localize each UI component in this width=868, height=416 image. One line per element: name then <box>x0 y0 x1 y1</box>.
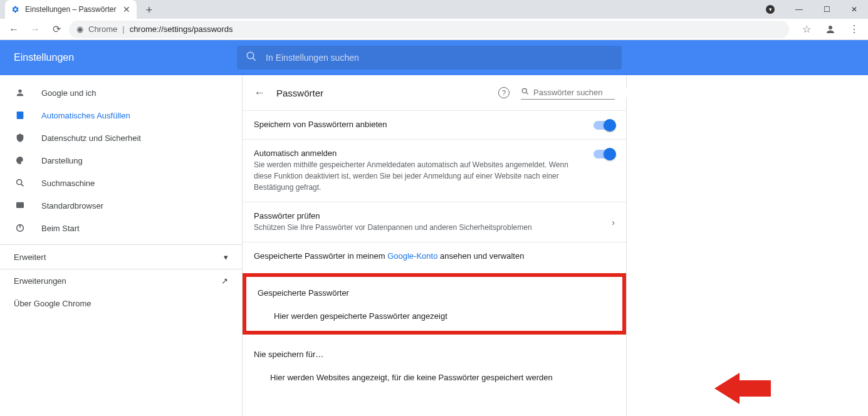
chevron-down-icon: ▾ <box>224 252 228 262</box>
sidebar-item-startup[interactable]: Beim Start <box>0 217 242 239</box>
sidebar-item-label: Suchmaschine <box>41 179 95 188</box>
svg-point-0 <box>829 26 832 29</box>
profile-icon[interactable] <box>822 21 839 38</box>
svg-rect-7 <box>16 202 24 208</box>
settings-search-input[interactable] <box>266 53 613 63</box>
advanced-label: Erweitert <box>14 252 46 262</box>
svg-line-2 <box>253 58 256 61</box>
search-icon <box>14 178 26 188</box>
autofill-icon <box>14 110 26 120</box>
settings-header: Einstellungen <box>0 40 868 75</box>
auto-signin-row: Automatisch anmelden Sie werden mithilfe… <box>243 139 626 202</box>
window-controls: ▾ — ☐ ✕ <box>758 0 868 19</box>
settings-sidebar: Google und ich Automatisches Ausfüllen D… <box>0 75 242 416</box>
url-label: Chrome <box>88 24 117 34</box>
search-icon <box>521 87 530 98</box>
sidebar-item-label: Google und ich <box>41 88 96 98</box>
browser-tab[interactable]: Einstellungen – Passwörter ✕ <box>5 0 137 19</box>
saved-passwords-header: Gespeicherte Passwörter <box>246 277 622 301</box>
sidebar-about-link[interactable]: Über Google Chrome <box>0 292 242 315</box>
svg-line-6 <box>21 184 24 187</box>
chevron-right-icon: › <box>612 217 615 227</box>
content-header: ← Passwörter ? <box>243 75 626 110</box>
sidebar-extensions-link[interactable]: Erweiterungen ↗ <box>0 269 242 292</box>
close-icon[interactable]: ✕ <box>122 4 132 14</box>
url-path: chrome://settings/passwords <box>130 24 233 34</box>
sidebar-item-label: Darstellung <box>41 156 83 165</box>
svg-point-3 <box>18 90 21 93</box>
power-icon <box>14 223 26 233</box>
view-suffix: ansehen und verwalten <box>437 251 524 261</box>
help-icon[interactable]: ? <box>498 87 510 98</box>
check-passwords-row[interactable]: Passwörter prüfen Schützen Sie Ihre Pass… <box>243 202 626 242</box>
address-bar[interactable]: ◉ Chrome | chrome://settings/passwords <box>69 21 789 38</box>
page-title: Einstellungen <box>14 52 74 63</box>
back-arrow-icon[interactable]: ← <box>254 86 265 100</box>
sidebar-item-label: Beim Start <box>41 224 80 233</box>
sidebar-item-google[interactable]: Google und ich <box>0 81 242 104</box>
svg-line-11 <box>526 92 528 94</box>
external-link-icon: ↗ <box>221 276 228 286</box>
forward-button[interactable]: → <box>26 21 44 38</box>
sidebar-item-label: Standardbrowser <box>41 201 103 211</box>
svg-point-5 <box>17 180 22 185</box>
new-tab-button[interactable]: + <box>140 1 158 19</box>
svg-rect-4 <box>17 112 24 119</box>
ext-indicator-icon[interactable]: ▾ <box>758 0 785 19</box>
browser-toolbar: ← → ⟳ ◉ Chrome | chrome://settings/passw… <box>0 19 868 40</box>
svg-marker-12 <box>714 373 771 404</box>
check-passwords-label: Passwörter prüfen <box>254 211 612 221</box>
sidebar-item-appearance[interactable]: Darstellung <box>0 149 242 172</box>
sidebar-item-search[interactable]: Suchmaschine <box>0 172 242 194</box>
never-save-empty: Hier werden Websites angezeigt, für die … <box>243 363 626 392</box>
close-window-button[interactable]: ✕ <box>840 0 868 19</box>
sidebar-item-label: Datenschutz und Sicherheit <box>41 133 141 143</box>
never-save-header: Nie speichern für… <box>243 338 626 363</box>
saved-passwords-empty: Hier werden gespeicherte Passwörter ange… <box>246 301 622 331</box>
sidebar-item-default-browser[interactable]: Standardbrowser <box>0 194 242 217</box>
gear-icon <box>10 4 20 14</box>
back-button[interactable]: ← <box>5 21 23 38</box>
star-icon[interactable]: ☆ <box>798 21 815 38</box>
sidebar-advanced-toggle[interactable]: Erweitert ▾ <box>0 244 242 269</box>
offer-save-label: Speichern von Passwörtern anbieten <box>254 120 593 129</box>
auto-signin-label: Automatisch anmelden <box>254 148 593 158</box>
tab-title: Einstellungen – Passwörter <box>25 5 122 14</box>
palette-icon <box>14 155 26 165</box>
extensions-label: Erweiterungen <box>14 276 66 286</box>
offer-save-toggle[interactable] <box>593 121 615 130</box>
view-account-row: Gespeicherte Passwörter in meinem Google… <box>243 242 626 269</box>
reload-button[interactable]: ⟳ <box>48 21 65 38</box>
url-separator: | <box>122 24 124 34</box>
about-label: Über Google Chrome <box>14 299 92 308</box>
search-icon <box>246 51 257 65</box>
passwords-search[interactable] <box>521 86 615 100</box>
sidebar-item-autofill[interactable]: Automatisches Ausfüllen <box>0 104 242 127</box>
person-icon <box>14 88 26 98</box>
settings-search[interactable] <box>237 46 622 70</box>
offer-save-row: Speichern von Passwörtern anbieten <box>243 110 626 139</box>
svg-point-1 <box>247 52 254 59</box>
sidebar-item-privacy[interactable]: Datenschutz und Sicherheit <box>0 127 242 149</box>
browser-icon <box>14 200 26 211</box>
svg-point-10 <box>522 88 526 93</box>
menu-icon[interactable]: ⋮ <box>845 21 863 38</box>
annotation-arrow <box>714 371 771 408</box>
view-prefix: Gespeicherte Passwörter in meinem <box>254 251 387 261</box>
maximize-button[interactable]: ☐ <box>813 0 840 19</box>
check-passwords-desc: Schützen Sie Ihre Passwörter vor Datenpa… <box>254 222 580 233</box>
content-title: Passwörter <box>276 88 323 98</box>
google-account-link[interactable]: Google-Konto <box>387 251 437 261</box>
saved-passwords-highlight: Gespeicherte Passwörter Hier werden gesp… <box>243 273 626 335</box>
auto-signin-toggle[interactable] <box>593 150 615 159</box>
auto-signin-desc: Sie werden mithilfe gespeicherter Anmeld… <box>254 159 580 193</box>
settings-content: ← Passwörter ? Speichern von Passwörtern… <box>242 75 627 416</box>
sidebar-item-label: Automatisches Ausfüllen <box>41 111 130 120</box>
shield-icon <box>14 133 26 143</box>
chrome-icon: ◉ <box>76 24 83 34</box>
minimize-button[interactable]: — <box>785 0 813 19</box>
browser-tabbar: Einstellungen – Passwörter ✕ + ▾ — ☐ ✕ <box>0 0 868 19</box>
passwords-search-input[interactable] <box>533 88 639 97</box>
